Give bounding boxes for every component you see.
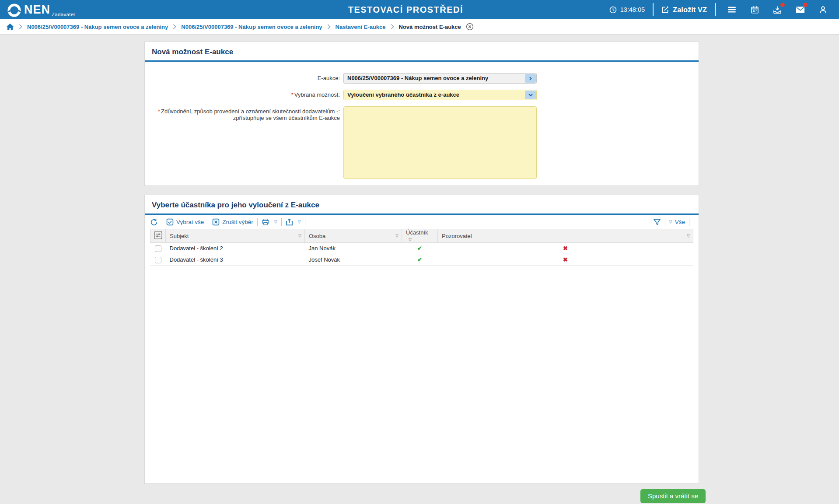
form-section-title: Nová možnost E-aukce <box>145 42 699 60</box>
toolbar-divider <box>305 218 305 226</box>
justification-textarea[interactable] <box>343 106 537 179</box>
header-actions: 13:48:05 Založit VZ <box>609 3 831 16</box>
option-dropdown-button[interactable] <box>525 91 536 99</box>
calendar-button[interactable] <box>749 4 760 15</box>
run-and-return-button[interactable]: Spustit a vrátit se <box>640 489 706 503</box>
option-field: Vyloučení vybraného účastníka z e-aukce <box>343 90 537 100</box>
caret-down-icon[interactable]: ▽ <box>298 234 301 238</box>
row-checkbox[interactable] <box>155 245 161 252</box>
participant-check-icon: ✔ <box>417 245 422 252</box>
grid-toolbar: Vybrat vše Zrušit výběr <box>145 215 699 228</box>
edit-icon <box>661 6 669 14</box>
print-button[interactable] <box>262 218 277 226</box>
toolbar-divider <box>665 218 665 226</box>
toolbar-divider <box>162 218 162 226</box>
mail-icon <box>796 6 805 14</box>
header-divider <box>653 3 654 16</box>
breadcrumb-item-current: Nová možnost E-aukce <box>399 24 461 30</box>
column-header-pozorovatel[interactable]: Pozorovatel ▽ <box>438 229 693 243</box>
cell-subjekt: Dodavatel - školení 3 <box>166 254 305 266</box>
option-row: *Vybraná možnost: Vyloučení vybraného úč… <box>145 90 699 100</box>
main-menu-button[interactable] <box>726 4 738 15</box>
eaukce-row: E-aukce: N006/25/V00007369 - Nákup semen… <box>145 73 699 84</box>
logo-subtitle: Zadavatel <box>52 12 75 17</box>
filter-all-button[interactable]: ▽ Vše <box>669 219 685 225</box>
grid-toolbar-right: ▽ Vše <box>653 218 693 226</box>
clear-selection-button[interactable]: Zrušit výběr <box>212 218 253 226</box>
hamburger-icon <box>727 6 736 13</box>
breadcrumb-item-vz-1[interactable]: N006/25/V00007369 - Nákup semen ovoce a … <box>27 24 168 30</box>
toolbar-divider <box>208 218 208 226</box>
toolbar-divider <box>689 218 689 226</box>
toolbar-divider <box>257 218 258 226</box>
select-all-label: Vybrat vše <box>176 219 204 225</box>
toolbar-divider <box>281 218 282 226</box>
justification-row: *Zdůvodnění, způsob provedení a oznámení… <box>145 106 699 181</box>
row-checkbox[interactable] <box>155 257 161 263</box>
section-underline <box>145 60 699 62</box>
checkbox-checked-icon <box>166 218 174 226</box>
clock-time: 13:48:05 <box>620 6 645 13</box>
justification-field <box>343 106 537 181</box>
download-tray-icon <box>773 6 782 14</box>
home-icon[interactable] <box>6 23 14 31</box>
create-vz-button[interactable]: Založit VZ <box>661 6 707 14</box>
refresh-button[interactable] <box>150 218 158 226</box>
chevron-right-icon <box>19 24 22 29</box>
table-row: Dodavatel - školení 2 Jan Novák ✔ ✖ <box>150 243 693 254</box>
app-window: NEN Zadavatel TESTOVACÍ PROSTŘEDÍ 13:48:… <box>0 0 839 504</box>
top-header-bar: NEN Zadavatel TESTOVACÍ PROSTŘEDÍ 13:48:… <box>0 0 839 19</box>
participants-section-title: Vyberte účastníka pro jeho vyloučení z E… <box>145 195 699 214</box>
messages-button[interactable] <box>794 4 806 15</box>
caret-down-icon[interactable]: ▽ <box>409 238 412 242</box>
eaukce-field: N006/25/V00007369 - Nákup semen ovoce a … <box>343 73 537 84</box>
select-all-button[interactable]: Vybrat vše <box>166 218 204 226</box>
chevron-right-icon <box>173 24 176 29</box>
printer-icon <box>262 218 269 226</box>
column-settings-header[interactable] <box>150 229 166 243</box>
justification-label: *Zdůvodnění, způsob provedení a oznámení… <box>145 106 343 181</box>
chevron-right-icon <box>327 24 331 29</box>
export-icon <box>286 218 293 226</box>
column-header-osoba[interactable]: Osoba ▽ <box>305 229 402 243</box>
session-clock: 13:48:05 <box>609 6 645 14</box>
breadcrumb-item-settings[interactable]: Nastavení E-aukce <box>336 24 386 30</box>
person-icon <box>819 6 827 14</box>
observer-cross-icon: ✖ <box>563 256 568 263</box>
caret-down-icon: ▽ <box>669 220 672 224</box>
eauction-option-form: E-aukce: N006/25/V00007369 - Nákup semen… <box>145 73 699 181</box>
required-marker: * <box>158 108 160 115</box>
calendar-icon <box>751 6 759 14</box>
nen-logo[interactable]: NEN Zadavatel <box>7 1 50 18</box>
downloads-button[interactable] <box>772 4 783 15</box>
breadcrumb: N006/25/V00007369 - Nákup semen ovoce a … <box>0 19 839 35</box>
participants-grid: Subjekt ▽ Osoba ▽ Účastník ▽ Pozorovat <box>150 229 693 266</box>
breadcrumb-item-vz-2[interactable]: N006/25/V00007369 - Nákup semen ovoce a … <box>181 24 322 30</box>
downloads-badge <box>780 3 785 7</box>
observer-cross-icon: ✖ <box>563 245 568 252</box>
environment-title: TESTOVACÍ PROSTŘEDÍ <box>348 0 463 19</box>
user-profile-button[interactable] <box>817 4 829 15</box>
column-header-subjekt[interactable]: Subjekt ▽ <box>166 229 305 243</box>
eaukce-open-detail-button[interactable] <box>525 74 536 83</box>
header-divider <box>715 3 716 16</box>
caret-down-icon[interactable]: ▽ <box>395 234 399 238</box>
column-header-ucastnik[interactable]: Účastník ▽ <box>402 229 438 243</box>
chevron-right-icon <box>391 24 394 29</box>
close-tab-icon[interactable] <box>466 23 474 31</box>
create-vz-label: Založit VZ <box>673 6 707 14</box>
clock-icon <box>609 6 617 14</box>
required-marker: * <box>291 91 294 98</box>
participants-panel: Vyberte účastníka pro jeho vyloučení z E… <box>144 195 699 484</box>
option-select[interactable]: Vyloučení vybraného účastníka z e-aukce <box>343 90 537 100</box>
export-button[interactable] <box>286 218 301 226</box>
logo-title: NEN <box>24 1 50 18</box>
cell-osoba: Jan Novák <box>305 243 402 254</box>
clear-selection-label: Zrušit výběr <box>222 219 253 225</box>
filter-button[interactable] <box>653 218 661 226</box>
eaukce-label: E-aukce: <box>145 73 343 84</box>
messages-badge <box>803 3 808 7</box>
column-settings-icon <box>154 231 162 239</box>
nen-logo-icon <box>7 3 21 18</box>
caret-down-icon[interactable]: ▽ <box>687 234 690 238</box>
